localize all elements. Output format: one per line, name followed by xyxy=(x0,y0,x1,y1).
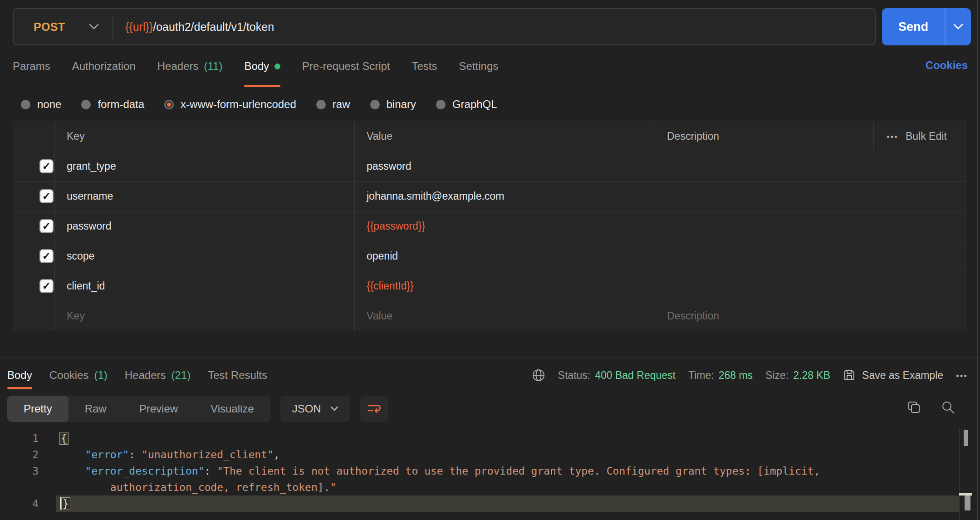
key-cell[interactable]: password xyxy=(54,211,354,241)
code-line: 1{ xyxy=(0,430,980,446)
description-cell[interactable] xyxy=(655,182,965,211)
send-button[interactable]: Send xyxy=(882,8,945,45)
url-input[interactable]: {{url}}/oauth2/default/v1/token xyxy=(113,20,875,34)
search-response-button[interactable] xyxy=(941,400,956,415)
header-checkbox-cell xyxy=(13,121,54,151)
value-cell[interactable]: openid xyxy=(354,241,655,271)
body-mode-none[interactable]: none xyxy=(21,98,61,111)
token-key: "error" xyxy=(85,449,129,461)
body-mode-binary[interactable]: binary xyxy=(370,98,416,111)
token-bracket: } xyxy=(62,498,70,510)
row-checkbox[interactable]: ✓ xyxy=(39,249,54,263)
key-cell-placeholder[interactable]: Key xyxy=(54,301,354,331)
code-text: "error_description": "The client is not … xyxy=(56,463,959,495)
status-value: 400 Bad Request xyxy=(595,369,676,382)
body-mode-label: none xyxy=(37,98,61,111)
language-label: JSON xyxy=(292,402,321,415)
response-tab-cookies[interactable]: Cookies(1) xyxy=(49,362,108,388)
checkbox-cell: ✓ xyxy=(13,182,54,211)
tab-label: Cookies xyxy=(49,369,89,382)
tab-label: Headers xyxy=(157,60,199,73)
more-actions-button[interactable] xyxy=(956,369,968,382)
cookies-link[interactable]: Cookies xyxy=(926,59,968,72)
key-cell[interactable]: username xyxy=(54,182,354,211)
view-mode-visualize[interactable]: Visualize xyxy=(194,396,270,422)
column-header-description: Description xyxy=(655,121,873,151)
row-checkbox[interactable]: ✓ xyxy=(39,189,54,203)
send-options-button[interactable] xyxy=(945,8,971,45)
key-cell[interactable]: scope xyxy=(54,241,354,271)
radio-icon xyxy=(316,100,326,109)
row-checkbox[interactable]: ✓ xyxy=(39,159,54,173)
view-mode-raw[interactable]: Raw xyxy=(69,396,123,422)
url-variable: {{url}} xyxy=(125,20,153,33)
key-cell[interactable]: grant_type xyxy=(54,151,354,181)
line-number: 2 xyxy=(0,446,56,463)
value-cell[interactable]: johanna.smith@example.com xyxy=(354,182,655,211)
pane-splitter[interactable] xyxy=(0,358,980,358)
save-as-example-button[interactable]: Save as Example xyxy=(843,369,943,382)
chevron-down-icon xyxy=(330,406,338,412)
table-row: ✓usernamejohanna.smith@example.com xyxy=(13,181,965,211)
body-mode-raw[interactable]: raw xyxy=(316,98,350,111)
method-selector[interactable]: POST xyxy=(14,9,113,44)
row-checkbox[interactable]: ✓ xyxy=(39,279,54,293)
tab-count-badge: (11) xyxy=(204,60,223,73)
token-plain xyxy=(60,481,110,493)
body-mode-x-www-form-urlencoded[interactable]: x-www-form-urlencoded xyxy=(164,98,296,111)
tab-label: Body xyxy=(7,369,32,382)
url-bar: POST {{url}}/oauth2/default/v1/token xyxy=(13,8,876,45)
window-scrollbar[interactable] xyxy=(977,0,978,520)
network-globe-icon[interactable] xyxy=(532,368,545,382)
token-string: authorization_code, refresh_token]." xyxy=(110,481,337,493)
chevron-down-icon xyxy=(953,24,963,30)
tab-headers[interactable]: Headers(11) xyxy=(157,53,223,80)
token-key: "error_description" xyxy=(85,465,204,477)
response-tab-headers[interactable]: Headers(21) xyxy=(125,362,191,388)
copy-response-button[interactable] xyxy=(906,400,921,415)
table-header-row: Key Value Description Bulk Edit xyxy=(13,121,965,151)
tab-settings[interactable]: Settings xyxy=(459,53,499,80)
response-tab-body[interactable]: Body xyxy=(7,362,32,388)
text-cursor xyxy=(60,497,61,510)
body-mode-graphql[interactable]: GraphQL xyxy=(436,98,497,111)
key-cell[interactable]: client_id xyxy=(54,271,354,301)
response-view-toolbar: PrettyRawPreviewVisualize JSON xyxy=(7,396,388,422)
token-plain: : xyxy=(129,449,142,461)
tab-params[interactable]: Params xyxy=(13,53,50,80)
bulk-edit-button[interactable]: Bulk Edit xyxy=(873,121,965,151)
radio-selected-icon xyxy=(164,100,174,109)
view-mode-preview[interactable]: Preview xyxy=(123,396,194,422)
value-cell[interactable]: {{password}} xyxy=(354,211,655,241)
body-mode-form-data[interactable]: form-data xyxy=(81,98,144,111)
value-cell[interactable]: password xyxy=(354,151,655,181)
description-cell-placeholder[interactable]: Description xyxy=(655,301,965,331)
size-value: 2.28 KB xyxy=(793,369,830,382)
tab-body[interactable]: Body xyxy=(244,53,280,80)
code-scrollbar-thumb[interactable] xyxy=(964,430,968,446)
value-cell[interactable]: {{clientId}} xyxy=(354,271,655,301)
token-bracket: { xyxy=(60,432,68,444)
value-cell-placeholder[interactable]: Value xyxy=(354,301,655,331)
code-scrollbar-thumb-bottom[interactable] xyxy=(965,495,970,510)
description-cell[interactable] xyxy=(655,241,965,271)
token-plain: , xyxy=(274,449,280,461)
language-dropdown[interactable]: JSON xyxy=(280,396,350,422)
description-cell[interactable] xyxy=(655,211,965,241)
wrap-lines-icon xyxy=(367,403,382,415)
tab-label: Body xyxy=(244,60,269,73)
body-mode-label: form-data xyxy=(98,98,144,111)
code-line: 2 "error": "unauthorized_client", xyxy=(0,446,980,463)
description-cell[interactable] xyxy=(655,271,965,301)
wrap-lines-button[interactable] xyxy=(360,396,388,422)
response-tab-test-results[interactable]: Test Results xyxy=(208,362,267,388)
token-plain xyxy=(60,465,85,477)
tab-tests[interactable]: Tests xyxy=(412,53,437,80)
view-mode-pretty[interactable]: Pretty xyxy=(7,396,69,422)
row-checkbox[interactable]: ✓ xyxy=(39,219,54,233)
tab-pre-request-script[interactable]: Pre-request Script xyxy=(302,53,390,80)
bulk-edit-label: Bulk Edit xyxy=(906,130,947,142)
description-cell[interactable] xyxy=(655,151,965,181)
time-value: 268 ms xyxy=(719,369,753,382)
tab-authorization[interactable]: Authorization xyxy=(72,53,136,80)
